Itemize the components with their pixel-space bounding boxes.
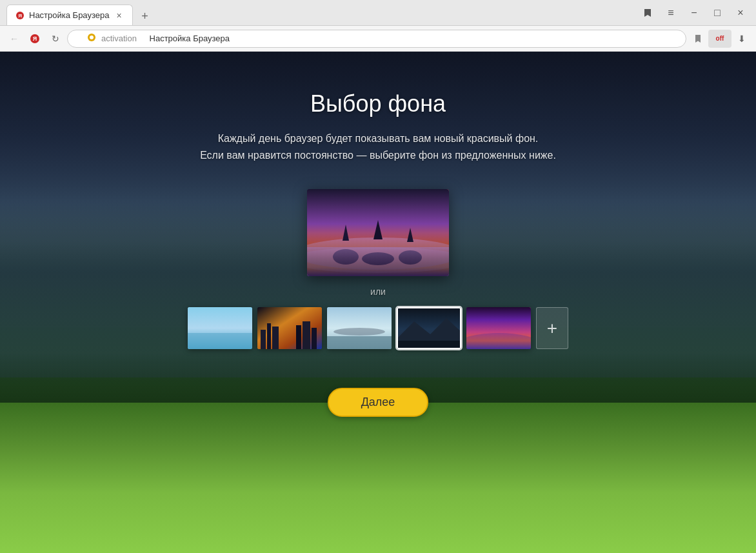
next-button[interactable]: Далее (328, 388, 429, 417)
refresh-button[interactable]: ↻ (46, 30, 65, 48)
address-bar-content: activation Настройка Браузера (87, 33, 666, 44)
address-page-title: Настройка Браузера (150, 34, 230, 43)
nav-right-buttons: off ⬇ (689, 30, 751, 48)
svg-rect-21 (272, 327, 279, 349)
page-title: Выбор фона (310, 90, 446, 117)
extension-off-label: off (716, 35, 724, 42)
tab-icon: Я (15, 10, 25, 21)
svg-point-7 (307, 237, 449, 270)
back-button[interactable]: ← (5, 30, 23, 48)
subtitle-line1: Каждый день браузер будет показывать вам… (200, 130, 556, 147)
thumbnails-row: + (188, 307, 568, 349)
add-background-button[interactable]: + (536, 307, 568, 349)
preview-container (307, 189, 449, 276)
svg-point-26 (333, 328, 385, 336)
thumbnail-sky[interactable] (188, 307, 252, 349)
svg-rect-24 (312, 328, 317, 349)
svg-text:Я: Я (33, 35, 37, 42)
or-text: или (370, 287, 386, 297)
svg-rect-30 (398, 341, 461, 349)
svg-rect-20 (267, 323, 271, 349)
preview-image (307, 189, 449, 276)
tab-close-button[interactable]: × (113, 10, 124, 21)
svg-rect-15 (307, 247, 449, 276)
svg-rect-17 (188, 333, 252, 349)
bookmarks-button[interactable] (639, 4, 657, 22)
address-activation-text: activation (101, 34, 137, 43)
svg-text:Я: Я (18, 13, 22, 19)
yandex-logo-button[interactable]: Я (26, 30, 44, 48)
tab-area: Я Настройка Браузера × + (6, 0, 632, 25)
subtitle-line2: Если вам нравится постоянство — выберите… (200, 147, 556, 164)
extensions-toggle[interactable]: off (708, 30, 731, 48)
download-button[interactable]: ⬇ (733, 30, 751, 48)
nav-bar: ← Я ↻ activation Настройка Браузера (0, 26, 756, 52)
minimize-button[interactable]: − (685, 4, 703, 22)
page-content: Выбор фона Каждый день браузер будет пок… (0, 52, 756, 553)
main-content: Выбор фона Каждый день браузер будет пок… (0, 52, 756, 553)
thumbnail-sunset-purple[interactable] (466, 307, 531, 349)
svg-rect-27 (327, 336, 392, 349)
svg-rect-22 (296, 325, 301, 349)
title-bar: Я Настройка Браузера × + ≡ − □ × (0, 0, 756, 26)
thumbnail-lake[interactable] (327, 307, 392, 349)
address-separator (142, 34, 144, 43)
address-bar[interactable]: activation Настройка Браузера (67, 30, 686, 48)
thumbnail-mountain-dark[interactable] (397, 307, 461, 349)
svg-rect-19 (261, 330, 266, 349)
page-subtitle: Каждый день браузер будет показывать вам… (200, 130, 556, 163)
menu-button[interactable]: ≡ (662, 4, 680, 22)
svg-point-9 (333, 249, 359, 265)
svg-rect-23 (303, 321, 310, 349)
svg-point-13 (399, 250, 422, 265)
browser-frame: Я Настройка Браузера × + ≡ − □ × ← (0, 0, 756, 553)
svg-point-8 (307, 247, 449, 273)
active-tab[interactable]: Я Настройка Браузера × (6, 5, 133, 25)
svg-point-11 (362, 252, 394, 265)
site-icon (87, 33, 96, 44)
close-button[interactable]: × (731, 4, 750, 22)
maximize-button[interactable]: □ (708, 4, 726, 22)
svg-point-5 (90, 35, 94, 39)
bookmark-page-button[interactable] (689, 30, 707, 48)
thumbnail-city[interactable] (257, 307, 322, 349)
title-bar-controls: ≡ − □ × (639, 4, 750, 22)
svg-rect-6 (307, 189, 449, 276)
new-tab-button[interactable]: + (135, 7, 154, 25)
svg-point-32 (466, 333, 531, 349)
tab-title: Настройка Браузера (29, 10, 109, 20)
